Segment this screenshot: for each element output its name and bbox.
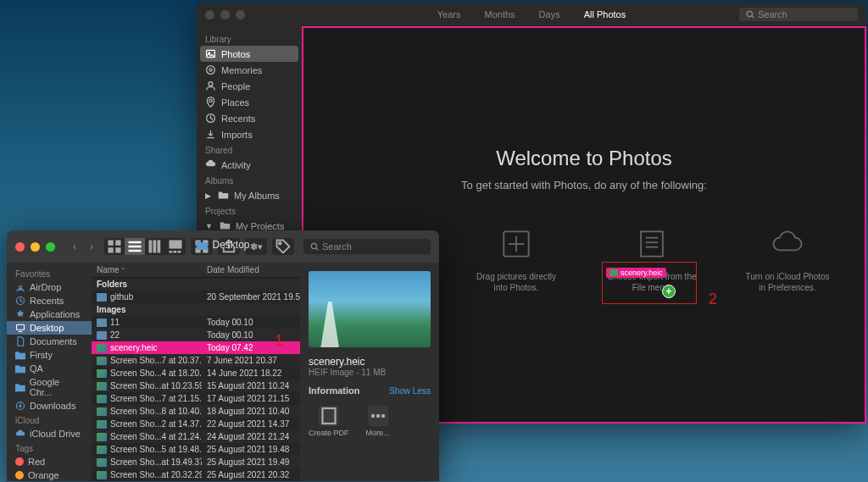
forward-button[interactable]: › <box>84 239 99 254</box>
svg-rect-31 <box>178 251 181 253</box>
search-field[interactable]: Search <box>739 8 858 21</box>
close-button[interactable] <box>205 10 214 19</box>
sidebar-item-downloads[interactable]: Downloads <box>7 399 92 413</box>
create-pdf-button[interactable]: Create PDF <box>309 406 349 437</box>
document-icon <box>15 336 25 346</box>
sidebar-item-recents[interactable]: Recents <box>7 294 92 307</box>
svg-rect-27 <box>158 241 161 253</box>
tab-days[interactable]: Days <box>527 7 572 22</box>
more-button[interactable]: More... <box>366 406 390 437</box>
file-row[interactable]: Screen Sho...8 at 10.40.3118 August 2021… <box>92 405 300 418</box>
show-less-button[interactable]: Show Less <box>389 386 431 396</box>
file-row[interactable]: github20 September 2021 19.56 <box>92 291 300 303</box>
file-type-icon <box>97 357 107 365</box>
sidebar-item-my-albums[interactable]: ▶My Albums <box>197 187 302 203</box>
clock-icon <box>205 113 216 124</box>
file-row[interactable]: 22Today 00.10 <box>92 329 300 341</box>
file-type-icon <box>97 433 107 441</box>
finder-window: ‹ › ✽▾ Desktop Search Favorites AirDrop … <box>7 230 439 481</box>
tag-orange[interactable]: Orange <box>7 468 92 481</box>
sidebar-item-memories[interactable]: Memories <box>197 62 302 78</box>
search-field[interactable]: Search <box>303 239 431 254</box>
drag-file-badge: scenery.heic <box>606 268 666 278</box>
sidebar-item-chrome[interactable]: Google Chr... <box>7 375 92 399</box>
preview-pane: scenery.heic HEIF Image - 11 MB Informat… <box>300 263 439 481</box>
gallery-view-button[interactable] <box>165 238 186 255</box>
file-type-icon <box>97 407 107 416</box>
back-button[interactable]: ‹ <box>67 239 82 254</box>
pdf-icon <box>319 406 339 426</box>
sidebar-item-documents[interactable]: Documents <box>7 335 92 348</box>
svg-rect-26 <box>153 241 157 253</box>
fullscreen-button[interactable] <box>46 242 55 252</box>
memories-icon <box>205 64 216 75</box>
file-type-icon <box>97 420 107 429</box>
chevron-right-icon: ▶ <box>205 191 211 200</box>
sidebar-item-imports[interactable]: Imports <box>197 126 302 142</box>
file-row[interactable]: Screen Sho...2 at 14.37.3722 August 2021… <box>92 418 300 430</box>
sidebar-item-places[interactable]: Places <box>197 94 302 110</box>
cloud-icon <box>205 159 216 170</box>
file-row[interactable]: Screen Sho...5 at 19.48.0125 August 2021… <box>92 443 300 456</box>
close-button[interactable] <box>15 242 25 252</box>
svg-point-47 <box>381 414 385 418</box>
file-row[interactable]: Screen Sho...at 19.49.3725 August 2021 1… <box>92 456 300 468</box>
sidebar-item-photos[interactable]: Photos <box>200 46 298 62</box>
annotation-number-1: 1 <box>275 332 283 350</box>
option-drag-pictures: Drag pictures directlyinto Photos. <box>470 225 563 293</box>
favorites-label: Favorites <box>7 266 92 280</box>
svg-point-5 <box>209 69 212 71</box>
svg-point-7 <box>209 99 212 102</box>
file-row[interactable]: Screen Sho...7 at 21.15.1817 August 2021… <box>92 392 300 405</box>
svg-point-46 <box>376 414 380 418</box>
minimize-button[interactable] <box>31 242 40 252</box>
tab-all-photos[interactable]: All Photos <box>572 7 638 22</box>
svg-point-4 <box>207 66 215 75</box>
file-list: Name ˄ Date Modified Folders github20 Se… <box>92 263 300 481</box>
file-row[interactable]: scenery.heicToday 07.42 <box>92 341 300 354</box>
chevron-down-icon: ▼ <box>205 222 213 230</box>
minimize-button[interactable] <box>220 10 230 19</box>
folder-icon <box>15 363 25 374</box>
tab-years[interactable]: Years <box>426 7 473 22</box>
column-name[interactable]: Name ˄ <box>92 263 202 277</box>
sidebar-item-qa[interactable]: QA <box>7 362 92 375</box>
welcome-subtitle: To get started with Photos, do any of th… <box>303 179 865 191</box>
sidebar-item-applications[interactable]: Applications <box>7 307 92 321</box>
column-date[interactable]: Date Modified <box>202 263 300 277</box>
photos-icon <box>205 48 216 59</box>
plus-icon: + <box>662 285 676 298</box>
list-header: Name ˄ Date Modified <box>92 263 300 278</box>
file-type-icon <box>97 331 107 340</box>
tags-button[interactable] <box>272 238 294 255</box>
column-view-button[interactable] <box>145 238 165 255</box>
sidebar-item-firsty[interactable]: Firsty <box>7 348 92 362</box>
folder-icon <box>218 190 229 201</box>
traffic-lights <box>205 10 245 19</box>
sidebar-item-recents[interactable]: Recents <box>197 110 302 126</box>
fullscreen-button[interactable] <box>236 10 245 19</box>
sidebar-item-airdrop[interactable]: AirDrop <box>7 280 92 294</box>
file-row[interactable]: Screen Sho...4 at 21.24.1024 August 2021… <box>92 430 300 443</box>
svg-point-37 <box>311 243 316 248</box>
sidebar-item-desktop[interactable]: Desktop <box>7 321 92 335</box>
sidebar-item-activity[interactable]: Activity <box>197 157 302 173</box>
sidebar-item-people[interactable]: People <box>197 78 302 94</box>
sidebar-albums-label: Albums <box>197 173 302 187</box>
sidebar-item-icloud-drive[interactable]: iCloud Drive <box>7 427 92 440</box>
preview-meta: HEIF Image - 11 MB <box>309 368 431 377</box>
file-type-icon <box>97 471 107 479</box>
tag-red[interactable]: Red <box>7 455 92 468</box>
file-row[interactable]: Screen Sho...at 20.32.2925 August 2021 2… <box>92 468 300 481</box>
file-row[interactable]: Screen Sho...at 10.23.5915 August 2021 1… <box>92 380 300 392</box>
file-row[interactable]: Screen Sho...7 at 20.37.147 June 2021 20… <box>92 354 300 367</box>
file-row[interactable]: 11Today 00.10 <box>92 316 300 329</box>
file-type-icon <box>97 395 107 403</box>
preview-thumbnail <box>309 271 431 347</box>
svg-rect-23 <box>129 246 142 248</box>
tab-months[interactable]: Months <box>473 7 527 22</box>
people-icon <box>205 80 216 91</box>
file-row[interactable]: Screen Sho...4 at 18.20.3114 June 2021 1… <box>92 367 300 380</box>
list-view-button[interactable] <box>125 238 145 255</box>
icon-view-button[interactable] <box>104 238 125 255</box>
